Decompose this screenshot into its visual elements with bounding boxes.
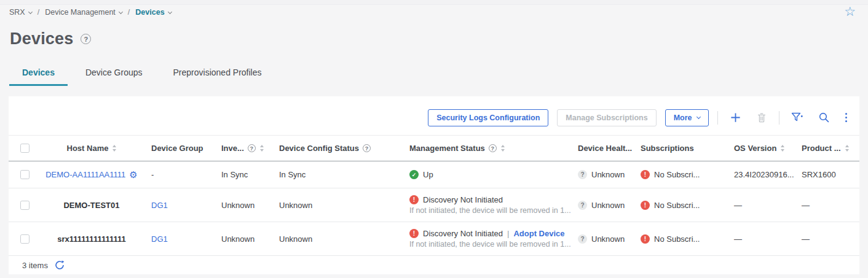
top-strip bbox=[0, 0, 868, 5]
chevron-down-icon bbox=[168, 9, 172, 14]
host-name-cell: srx11111111111111 bbox=[38, 234, 145, 244]
os-version-cell: — bbox=[728, 234, 795, 244]
page-header: Devices ? bbox=[10, 29, 91, 48]
subscriptions-cell: !No Subscri... bbox=[633, 201, 728, 210]
tab-preprovisioned-profiles[interactable]: Preprovisioned Profiles bbox=[160, 62, 275, 86]
tab-device-groups[interactable]: Device Groups bbox=[73, 62, 156, 86]
column-header-device-config-status[interactable]: Device Config Status? bbox=[273, 144, 402, 153]
adopt-device-link[interactable]: Adopt Device bbox=[513, 229, 564, 238]
device-group-link[interactable]: DG1 bbox=[151, 234, 168, 244]
sort-icon[interactable] bbox=[845, 145, 849, 152]
search-button[interactable] bbox=[815, 112, 833, 123]
config-status-cell: Unknown bbox=[273, 201, 402, 210]
product-cell: — bbox=[795, 234, 859, 244]
breadcrumb-srx[interactable]: SRX bbox=[9, 8, 32, 17]
breadcrumb-separator: / bbox=[128, 8, 130, 17]
row-checkbox[interactable] bbox=[20, 201, 30, 210]
delete-device-button bbox=[753, 112, 770, 123]
device-health-cell: ?Unknown bbox=[570, 234, 633, 244]
inventory-cell: In Sync bbox=[215, 170, 273, 179]
column-header-device-health[interactable]: Device Healt... bbox=[570, 144, 633, 153]
trash-icon bbox=[756, 112, 767, 123]
management-status-note: If not initiated, the device will be rem… bbox=[409, 206, 570, 215]
row-checkbox[interactable] bbox=[20, 234, 30, 244]
sort-icon[interactable] bbox=[260, 145, 264, 152]
sort-icon[interactable] bbox=[112, 145, 116, 152]
status-alert-icon: ! bbox=[409, 229, 419, 238]
add-device-button[interactable] bbox=[727, 112, 744, 123]
sort-icon[interactable] bbox=[501, 145, 505, 152]
column-header-subscriptions[interactable]: Subscriptions bbox=[633, 144, 728, 153]
inventory-cell: Unknown bbox=[215, 201, 273, 210]
product-cell: — bbox=[795, 201, 859, 210]
config-status-cell: In Sync bbox=[273, 170, 402, 179]
breadcrumb: SRX / Device Management / Devices bbox=[9, 8, 172, 17]
management-status-cell: !Discovery Not Initiated If not initiate… bbox=[402, 195, 570, 215]
chevron-down-icon bbox=[696, 115, 700, 119]
product-cell: SRX1600 bbox=[795, 170, 859, 179]
os-version-cell: 23.4I20230916... bbox=[728, 170, 795, 179]
status-up-icon: ✓ bbox=[409, 170, 419, 179]
table-row: DEMO-AA1111AA1111⚙ - In Sync In Sync ✓Up… bbox=[9, 161, 859, 188]
column-header-inventory[interactable]: Inve...? bbox=[215, 144, 273, 153]
management-status-cell: ! Discovery Not Initiated | Adopt Device… bbox=[402, 229, 570, 249]
subscriptions-cell: !No Subscri... bbox=[633, 234, 728, 244]
inventory-cell: Unknown bbox=[215, 234, 273, 244]
device-group-cell: - bbox=[145, 170, 215, 179]
security-logs-configuration-button[interactable]: Security Logs Configuration bbox=[428, 109, 548, 126]
status-alert-icon: ! bbox=[641, 201, 650, 210]
column-header-os-version[interactable]: OS Version bbox=[728, 144, 795, 153]
host-name-link[interactable]: DEMO-AA1111AA1111 bbox=[45, 170, 125, 179]
devices-card: Security Logs Configuration Manage Subsc… bbox=[9, 96, 859, 274]
table-row: DEMO-TEST01 DG1 Unknown Unknown !Discove… bbox=[9, 188, 859, 222]
filter-funnel-icon bbox=[791, 112, 803, 123]
status-unknown-icon: ? bbox=[578, 170, 587, 179]
search-icon bbox=[818, 112, 830, 123]
config-status-cell: Unknown bbox=[273, 234, 402, 244]
table-row: srx11111111111111 DG1 Unknown Unknown ! … bbox=[9, 222, 859, 256]
table-toolbar: Security Logs Configuration Manage Subsc… bbox=[9, 96, 859, 136]
tab-bar: Devices Device Groups Preprovisioned Pro… bbox=[9, 62, 280, 86]
subscriptions-cell: !No Subscri... bbox=[633, 170, 728, 179]
chevron-down-icon bbox=[28, 9, 33, 14]
manage-subscriptions-button: Manage Subscriptions bbox=[557, 109, 656, 126]
item-count: 3 items bbox=[22, 261, 48, 270]
device-group-link[interactable]: DG1 bbox=[151, 201, 168, 210]
breadcrumb-devices[interactable]: Devices bbox=[135, 8, 171, 17]
refresh-icon bbox=[55, 260, 65, 270]
breadcrumb-device-management[interactable]: Device Management bbox=[45, 8, 122, 17]
tab-devices[interactable]: Devices bbox=[9, 62, 68, 86]
gear-icon[interactable]: ⚙ bbox=[129, 170, 137, 179]
refresh-button[interactable] bbox=[55, 260, 65, 270]
help-icon[interactable]: ? bbox=[81, 34, 91, 44]
column-header-host-name[interactable]: Host Name bbox=[38, 144, 145, 153]
sort-icon[interactable] bbox=[781, 145, 784, 152]
help-icon[interactable]: ? bbox=[363, 144, 371, 152]
row-checkbox[interactable] bbox=[20, 170, 30, 179]
status-unknown-icon: ? bbox=[578, 234, 587, 244]
more-button[interactable]: More bbox=[665, 109, 709, 126]
os-version-cell: — bbox=[728, 201, 795, 210]
select-all-checkbox[interactable] bbox=[20, 144, 30, 153]
table-header-row: Host Name Device Group Inve...? Device C… bbox=[9, 136, 859, 161]
column-header-device-group[interactable]: Device Group bbox=[145, 144, 215, 153]
help-icon[interactable]: ? bbox=[489, 144, 497, 152]
status-unknown-icon: ? bbox=[578, 201, 587, 210]
more-options-kebab-icon[interactable] bbox=[842, 113, 851, 123]
filter-button[interactable] bbox=[788, 112, 807, 123]
management-status-cell: ✓Up bbox=[402, 170, 570, 179]
toolbar-divider bbox=[717, 111, 718, 125]
table-footer: 3 items bbox=[9, 256, 859, 274]
status-alert-icon: ! bbox=[641, 234, 650, 244]
chevron-down-icon bbox=[119, 9, 123, 14]
column-header-product[interactable]: Product ... bbox=[795, 144, 859, 153]
plus-icon bbox=[730, 112, 741, 123]
help-icon[interactable]: ? bbox=[248, 144, 256, 152]
favorite-star-icon[interactable]: ☆ bbox=[844, 5, 856, 18]
column-header-management-status[interactable]: Management Status? bbox=[402, 144, 570, 153]
breadcrumb-separator: / bbox=[37, 8, 39, 17]
status-alert-icon: ! bbox=[409, 195, 419, 204]
management-status-note: If not initiated, the device will be rem… bbox=[409, 240, 570, 249]
device-health-cell: ?Unknown bbox=[570, 201, 633, 210]
page-title: Devices bbox=[10, 29, 73, 48]
